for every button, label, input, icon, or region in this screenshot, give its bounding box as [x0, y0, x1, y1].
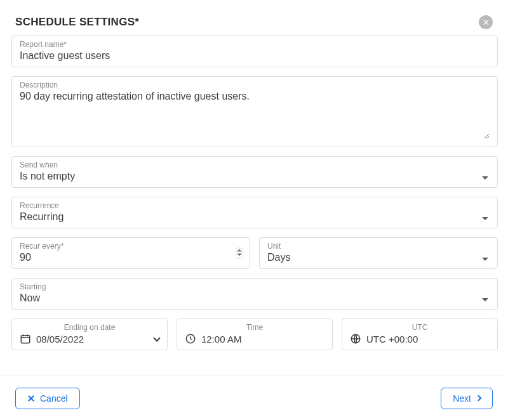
unit-field[interactable]: Unit Days	[259, 237, 498, 269]
recurrence-label: Recurrence	[20, 201, 490, 210]
recur-every-label: Recur every*	[20, 242, 242, 251]
utc-label: UTC	[350, 323, 490, 332]
report-name-label: Report name*	[20, 40, 490, 49]
time-label: Time	[185, 323, 324, 332]
dialog-title: SCHEDULE SETTINGS*	[15, 16, 139, 29]
chevron-down-icon	[153, 334, 160, 341]
dialog-footer: Cancel Next	[0, 376, 508, 420]
description-label: Description	[20, 81, 490, 89]
recurrence-value: Recurring	[20, 211, 64, 222]
ending-on-date-value: 08/05/2022	[36, 334, 149, 345]
close-button[interactable]: ✕	[479, 15, 493, 29]
recurrence-field[interactable]: Recurrence Recurring	[11, 197, 498, 228]
next-button-label: Next	[453, 393, 471, 404]
starting-value: Now	[20, 292, 40, 303]
globe-icon	[350, 333, 361, 345]
next-button[interactable]: Next	[441, 388, 493, 409]
chevron-down-icon	[482, 298, 488, 301]
close-icon: ✕	[483, 18, 490, 27]
time-field[interactable]: Time 12:00 AM	[177, 318, 333, 350]
send-when-field[interactable]: Send when Is not empty	[11, 156, 498, 188]
report-name-input[interactable]	[20, 50, 490, 62]
utc-field[interactable]: UTC UTC +00:00	[342, 318, 498, 350]
cancel-button-label: Cancel	[40, 393, 68, 404]
starting-field[interactable]: Starting Now	[11, 278, 498, 310]
unit-label: Unit	[267, 242, 490, 251]
cancel-button[interactable]: Cancel	[15, 388, 80, 409]
report-name-field[interactable]: Report name*	[11, 36, 498, 67]
svg-rect-0	[21, 336, 30, 343]
dialog-header: SCHEDULE SETTINGS* ✕	[0, 0, 508, 34]
settings-scroll-area[interactable]: Report name* Description Send when Is no…	[11, 36, 502, 369]
recur-every-field[interactable]: Recur every*	[11, 237, 250, 269]
stepper-down-icon[interactable]	[237, 254, 242, 258]
stepper-up-icon[interactable]	[237, 249, 242, 253]
x-icon	[27, 395, 35, 402]
send-when-label: Send when	[20, 161, 490, 169]
time-value: 12:00 AM	[201, 334, 319, 345]
chevron-down-icon	[482, 176, 488, 180]
ending-on-date-field[interactable]: Ending on date 08/05/2022	[11, 318, 168, 350]
clock-icon	[185, 333, 196, 345]
chevron-down-icon	[482, 258, 488, 261]
ending-on-date-label: Ending on date	[20, 323, 159, 332]
calendar-icon	[20, 333, 31, 345]
description-field[interactable]: Description	[11, 76, 498, 147]
description-input[interactable]	[20, 91, 490, 139]
send-when-value: Is not empty	[20, 171, 75, 181]
recur-every-input[interactable]	[20, 252, 220, 263]
starting-label: Starting	[20, 282, 490, 291]
chevron-down-icon	[482, 217, 488, 220]
utc-value: UTC +00:00	[366, 334, 485, 345]
recur-every-stepper[interactable]	[236, 248, 243, 259]
unit-value: Days	[267, 252, 290, 263]
chevron-right-icon	[476, 395, 482, 402]
